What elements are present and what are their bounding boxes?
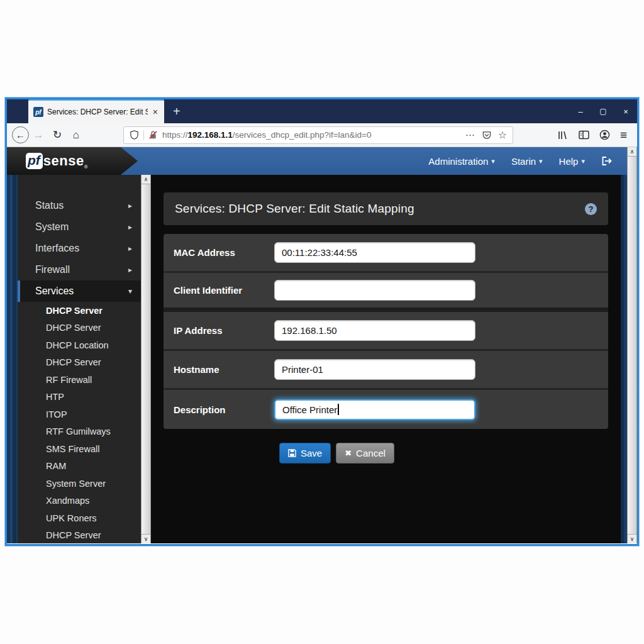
browser-window: pf Services: DHCP Server: Edit S × + – ▢…	[5, 97, 639, 546]
sidebar-subitem[interactable]: RAM	[18, 458, 141, 475]
description-value: Office Printer	[282, 404, 337, 415]
cancel-label: Cancel	[356, 448, 386, 458]
url-host: 192.168.1.1	[188, 130, 233, 140]
library-icon[interactable]	[557, 130, 569, 140]
scroll-down-icon[interactable]: ∨	[142, 534, 150, 543]
save-icon	[288, 449, 296, 457]
reload-button[interactable]: ↻	[48, 126, 67, 144]
sidebar-subitem[interactable]: SMS Firewall	[18, 440, 141, 458]
sidebar-toggle-icon[interactable]	[579, 130, 589, 140]
nav-starin[interactable]: Starin ▾	[511, 156, 543, 167]
shield-icon[interactable]	[130, 130, 139, 140]
sidebar-subitem[interactable]: UPK Roners	[18, 509, 141, 527]
pfsense-header: pf sense ® Administration ▾ Starin ▾ Hel…	[7, 147, 637, 175]
window-minimize-button[interactable]: –	[569, 99, 592, 123]
bookmark-star-icon[interactable]: ☆	[498, 129, 507, 141]
back-button[interactable]: ←	[12, 126, 29, 143]
scroll-up-icon[interactable]: ∧	[142, 175, 150, 184]
client-identifier-label: Client Identifier	[174, 285, 274, 296]
browser-titlebar: pf Services: DHCP Server: Edit S × + – ▢…	[7, 99, 637, 123]
static-mapping-form: MAC Address 00:11:22:33:44:55 Client Ide…	[164, 234, 608, 429]
nav-administration[interactable]: Administration ▾	[428, 156, 495, 167]
chevron-down-icon: ▾	[539, 157, 543, 165]
sidebar-subitem[interactable]: System Server	[18, 475, 141, 492]
sidebar-subitem[interactable]: RTF Gumilways	[18, 423, 141, 441]
form-row-mac-address: MAC Address 00:11:22:33:44:55	[164, 234, 608, 273]
titlebar-spacer	[189, 99, 569, 123]
menu-icon[interactable]: ≡	[620, 128, 627, 142]
cancel-button[interactable]: ✖ Cancel	[336, 443, 394, 464]
browser-tab[interactable]: pf Services: DHCP Server: Edit S ×	[28, 99, 164, 123]
save-label: Save	[301, 448, 322, 458]
help-icon[interactable]: ?	[585, 203, 597, 215]
home-button[interactable]: ⌂	[67, 126, 86, 144]
sidebar-subitem[interactable]: Xandmaps	[18, 492, 141, 510]
nav-help[interactable]: Help ▾	[559, 156, 585, 167]
hostname-field[interactable]: Printer-01	[274, 359, 475, 380]
page-title-panel: Services: DHCP Server: Edit Static Mappi…	[164, 192, 608, 225]
logout-icon[interactable]	[601, 156, 613, 166]
page-actions-icon[interactable]: ⋯	[465, 130, 475, 141]
toolbar-right-icons: ≡	[557, 128, 632, 142]
window-close-button[interactable]: ×	[614, 99, 637, 123]
insecure-lock-icon[interactable]	[148, 130, 158, 140]
chevron-down-icon: ▾	[491, 157, 495, 165]
client-identifier-field[interactable]	[274, 280, 475, 301]
scroll-down-icon[interactable]: ∨	[628, 534, 636, 543]
sidebar-subitem[interactable]: DHCP Server	[18, 527, 141, 544]
sidebar-item-label: Interfaces	[35, 243, 79, 254]
pfsense-page: Status ▸ System ▸ Interfaces ▸ Firewall …	[7, 175, 637, 543]
tab-close-icon[interactable]: ×	[152, 107, 159, 117]
save-button[interactable]: Save	[279, 443, 331, 464]
pfsense-logo[interactable]: pf sense ®	[7, 147, 138, 175]
sidebar-subitem-dhcp-server-current[interactable]: DHCP Server	[18, 302, 141, 319]
sidebar-subitem[interactable]: RF Firewall	[18, 371, 141, 389]
window-maximize-button[interactable]: ▢	[592, 99, 614, 123]
chevron-right-icon: ▸	[128, 223, 132, 231]
ip-address-field[interactable]: 192.168.1.50	[274, 320, 475, 341]
page-scrollbar[interactable]: ∧ ∨	[627, 147, 637, 543]
mac-address-field[interactable]: 00:11:22:33:44:55	[274, 242, 475, 263]
scroll-up-icon[interactable]: ∧	[628, 147, 636, 157]
form-buttons: Save ✖ Cancel	[279, 443, 608, 464]
content-area: Services: DHCP Server: Edit Static Mappi…	[151, 175, 621, 543]
form-row-client-identifier: Client Identifier	[164, 273, 608, 312]
pfsense-top-nav: Administration ▾ Starin ▾ Help ▾	[428, 156, 637, 167]
sidebar-subitem[interactable]: ITOP	[18, 406, 141, 423]
text-cursor	[338, 404, 339, 415]
pfsense-logo-pf: pf	[26, 153, 43, 169]
sidebar-item-interfaces[interactable]: Interfaces ▸	[18, 238, 141, 259]
description-field[interactable]: Office Printer	[274, 399, 475, 420]
sidebar-item-services[interactable]: Services ▾	[18, 280, 141, 302]
sidebar-subitem[interactable]: DHCP Location	[18, 336, 141, 354]
pfsense-favicon-icon: pf	[33, 107, 43, 117]
sidebar-item-label: Services	[35, 286, 74, 297]
cancel-x-icon: ✖	[345, 448, 352, 458]
new-tab-button[interactable]: +	[164, 99, 189, 123]
sidebar-scrollbar[interactable]: ∧ ∨	[141, 175, 151, 543]
description-label: Description	[174, 404, 274, 415]
sidebar-item-system[interactable]: System ▸	[18, 216, 141, 238]
sidebar-subitem[interactable]: HTP	[18, 389, 141, 406]
sidebar-subitem[interactable]: DHCP Server	[18, 354, 141, 372]
page-title: Services: DHCP Server: Edit Static Mappi…	[175, 202, 414, 216]
ip-address-label: IP Address	[174, 325, 274, 336]
nav-administration-label: Administration	[428, 156, 488, 167]
form-row-description: Description Office Printer	[164, 390, 608, 429]
sidebar-subitem[interactable]: DHCP Server	[18, 319, 141, 337]
chevron-right-icon: ▸	[128, 244, 132, 253]
url-path: /services_dhcp_edit.php?if=lan&id=0	[233, 130, 372, 140]
nav-starin-label: Starin	[511, 156, 536, 167]
sidebar: Status ▸ System ▸ Interfaces ▸ Firewall …	[18, 175, 141, 543]
account-icon[interactable]	[599, 130, 610, 140]
sidebar-item-status[interactable]: Status ▸	[18, 195, 141, 216]
urlbar-divider	[143, 130, 144, 140]
mac-address-value: 00:11:22:33:44:55	[282, 247, 357, 258]
sidebar-item-label: System	[35, 221, 69, 233]
url-bar[interactable]: https://192.168.1.1/services_dhcp_edit.p…	[123, 126, 513, 144]
forward-button[interactable]: →	[29, 126, 48, 144]
sidebar-item-firewall[interactable]: Firewall ▸	[18, 259, 141, 280]
browser-toolbar: ← → ↻ ⌂ https://192.168.1.1/services_dhc…	[7, 123, 637, 147]
ip-address-value: 192.168.1.50	[282, 325, 337, 336]
pocket-icon[interactable]	[482, 130, 492, 140]
